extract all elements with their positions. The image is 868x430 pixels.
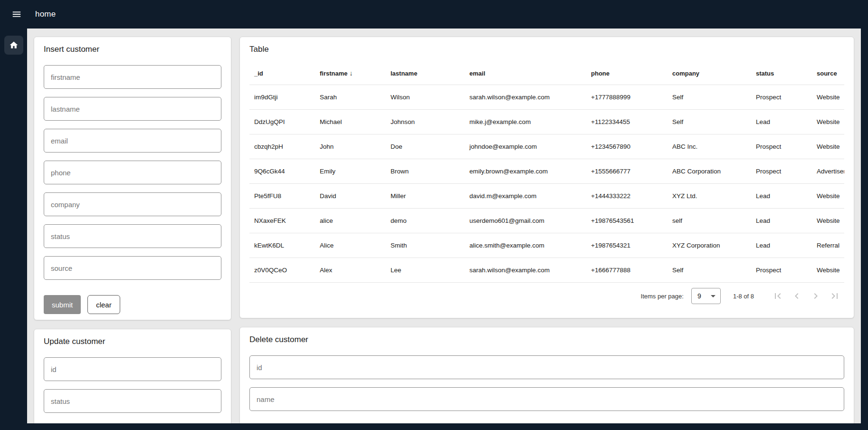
left-column: Insert customer submit clear Update cust… [34,37,231,423]
menu-icon [11,9,22,19]
insert-source-input[interactable] [44,256,221,280]
update-status-input[interactable] [44,389,221,413]
table-row: Pte5fFU8DavidMillerdavid.m@example.com+1… [249,184,844,209]
page-range-label: 1-8 of 8 [733,293,754,300]
update-card-title: Update customer [44,336,221,347]
items-per-page-select[interactable]: 9 [691,288,721,304]
insert-customer-card: Insert customer submit clear [34,37,231,320]
insert-company-input[interactable] [44,192,221,216]
delete-customer-card: Delete customer [239,327,854,423]
app-window: home Insert customer [0,0,868,430]
insert-button-row: submit clear [44,295,221,314]
sort-desc-icon: ↓ [350,69,353,77]
insert-lastname-input[interactable] [44,97,221,121]
table-row: 9Q6cGk44EmilyBrownemily.brown@example.co… [249,159,844,184]
insert-card-title: Insert customer [44,44,221,55]
last-page-icon [829,290,840,302]
menu-button[interactable] [9,6,25,22]
page-title: home [35,10,56,19]
column-header-id[interactable]: _id [249,57,316,85]
table-row: NXaxeFEKalicedemouserdemo601@gmail.com+1… [249,209,844,233]
top-navbar: home [0,0,868,29]
column-header-source[interactable]: source [813,57,844,85]
update-id-input[interactable] [44,357,221,381]
table-card: Table _id firstname↓ lastname email phon… [239,37,854,318]
items-per-page-label: Items per page: [641,293,684,300]
column-header-status[interactable]: status [752,57,813,85]
table-card-title: Table [249,44,844,55]
insert-firstname-input[interactable] [44,65,221,89]
table-paginator: Items per page: 9 1-8 of 8 [249,283,844,309]
app-shell: Insert customer submit clear Update cust… [0,29,868,430]
column-header-email[interactable]: email [466,57,587,85]
table-row: im9dGtjiSarahWilsonsarah.wilson@example.… [249,85,844,110]
sidebar-item-home[interactable] [4,36,23,55]
first-page-button[interactable] [768,287,787,306]
home-icon [9,40,19,50]
table-row: cbzqh2pHJohnDoejohndoe@example.com+12345… [249,134,844,159]
column-header-firstname[interactable]: firstname↓ [316,57,387,85]
delete-card-title: Delete customer [249,334,844,345]
previous-page-button[interactable] [787,287,806,306]
main-content: Insert customer submit clear Update cust… [27,29,861,423]
sidebar [0,29,27,430]
insert-clear-button[interactable]: clear [87,295,120,314]
last-page-button[interactable] [825,287,844,306]
update-customer-card: Update customer [34,329,231,423]
chevron-left-icon [791,290,802,302]
insert-status-input[interactable] [44,224,221,248]
table-row: kEwtK6DLAliceSmithalice.smith@example.co… [249,233,844,258]
table-header: _id firstname↓ lastname email phone comp… [249,57,844,85]
column-header-company[interactable]: company [668,57,752,85]
items-per-page-value: 9 [697,292,701,300]
insert-email-input[interactable] [44,129,221,153]
right-column: Table _id firstname↓ lastname email phon… [239,37,854,423]
table-row: DdzUgQPIMichaelJohnsonmike.j@example.com… [249,110,844,134]
chevron-right-icon [810,290,821,302]
delete-name-input[interactable] [249,387,844,411]
insert-phone-input[interactable] [44,161,221,184]
next-page-button[interactable] [806,287,825,306]
table-row: z0V0QCeOAlexLeesarah.wilson@example.com+… [249,258,844,283]
column-header-lastname[interactable]: lastname [387,57,466,85]
first-page-icon [772,290,783,302]
chevron-down-icon [711,295,715,297]
column-header-phone[interactable]: phone [587,57,668,85]
delete-id-input[interactable] [249,355,844,379]
insert-submit-button[interactable]: submit [44,295,81,314]
customers-table: _id firstname↓ lastname email phone comp… [249,57,844,283]
